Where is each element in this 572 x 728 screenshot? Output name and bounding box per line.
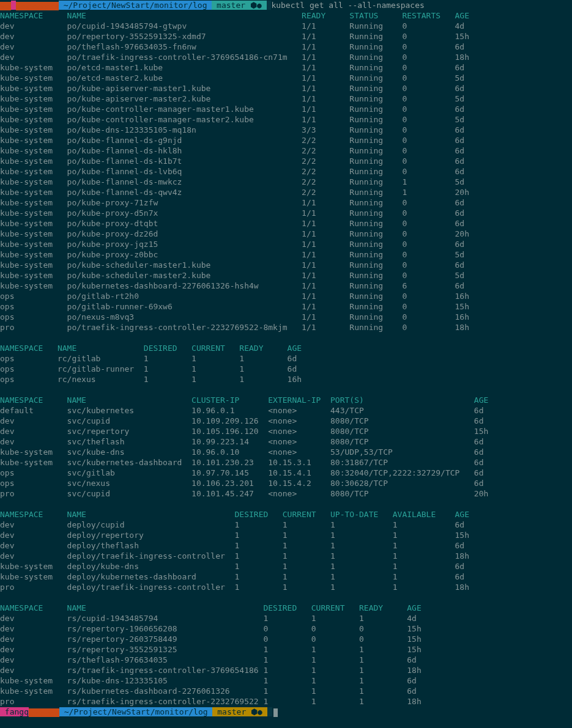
rs-row: dev rs/theflash-976634035 1 1 1 6d (0, 655, 572, 665)
pod-row: ops po/gitlab-runner-69xw6 1/1 Running 0… (0, 301, 572, 312)
pod-row: ops po/gitlab-rt2h0 1/1 Running 0 16h (0, 291, 572, 301)
rs-row: pro rs/traefik-ingress-controller-223276… (0, 696, 572, 707)
pod-row: kube-system po/kube-scheduler-master1.ku… (0, 260, 572, 270)
pod-row: dev po/traefik-ingress-controller-376965… (0, 52, 572, 62)
rc-row: ops rc/gitlab 1 1 1 6d (0, 353, 572, 364)
svc-row: pro svc/cupid 10.101.45.247 <none> 8080/… (0, 488, 572, 499)
rs-row: dev rs/repertory-2603758449 0 0 0 15h (0, 634, 572, 644)
prompt-path-bottom: ~/Project/NewStart/monitor/log (59, 707, 212, 716)
svc-row: kube-system svc/kubernetes-dashboard 10.… (0, 457, 572, 468)
pod-row: dev po/repertory-3552591325-xdmd7 1/1 Ru… (0, 31, 572, 42)
pod-row: kube-system po/etcd-master1.kube 1/1 Run… (0, 62, 572, 73)
svc-row: dev svc/cupid 10.109.209.126 <none> 8080… (0, 416, 572, 426)
pod-row: kube-system po/kube-flannel-ds-hkl8h 2/2… (0, 145, 572, 156)
prompt-path: ~/Project/NewStart/monitor/log (59, 1, 212, 10)
deploy-row: dev deploy/theflash 1 1 1 1 6d (0, 540, 572, 551)
rs-row: dev rs/traefik-ingress-controller-376965… (0, 665, 572, 675)
deploy-header: NAMESPACE NAME DESIRED CURRENT UP-TO-DAT… (0, 509, 572, 520)
pod-row: kube-system po/kube-scheduler-master2.ku… (0, 270, 572, 281)
rs-header: NAMESPACE NAME DESIRED CURRENT READY AGE (0, 603, 572, 613)
pod-row: kube-system po/kube-flannel-ds-lvb6q 2/2… (0, 166, 572, 177)
svc-row: ops svc/nexus 10.106.23.201 10.15.4.2 80… (0, 478, 572, 488)
git-branch-bottom: master ⬢● (212, 707, 267, 716)
cursor-icon (273, 708, 278, 717)
pod-row: pro po/traefik-ingress-controller-223276… (0, 322, 572, 333)
pod-row: dev po/cupid-1943485794-gtwpv 1/1 Runnin… (0, 21, 572, 31)
deploy-row: kube-system deploy/kubernetes-dashboard … (0, 572, 572, 582)
svc-header: NAMESPACE NAME CLUSTER-IP EXTERNAL-IP PO… (0, 395, 572, 405)
rs-row: dev rs/repertory-3552591325 1 1 1 15h (0, 644, 572, 655)
pod-row: kube-system po/kubernetes-dashboard-2276… (0, 281, 572, 291)
pod-row: kube-system po/kube-proxy-d5n7x 1/1 Runn… (0, 208, 572, 218)
pod-row: kube-system po/kube-proxy-dtqbt 1/1 Runn… (0, 218, 572, 229)
deploy-row: pro deploy/traefik-ingress-controller 1 … (0, 582, 572, 592)
pod-row: kube-system po/kube-flannel-ds-k1b7t 2/2… (0, 156, 572, 166)
pod-row: kube-system po/kube-proxy-71zfw 1/1 Runn… (0, 197, 572, 208)
pod-row: kube-system po/kube-proxy-z0bbc 1/1 Runn… (0, 249, 572, 260)
rc-header: NAMESPACE NAME DESIRED CURRENT READY AGE (0, 343, 572, 353)
deploy-row: dev deploy/traefik-ingress-controller 1 … (0, 551, 572, 561)
pod-row: kube-system po/kube-proxy-jqz15 1/1 Runn… (0, 239, 572, 249)
prompt-line: xx xxxxxxxxxx ~/Project/NewStart/monitor… (0, 0, 572, 10)
svc-row: default svc/kubernetes 10.96.0.1 <none> … (0, 405, 572, 416)
pods-header: NAMESPACE NAME READY STATUS RESTARTS AGE (0, 10, 572, 21)
prompt-line-bottom: fangqxxxxxxx ~/Project/NewStart/monitor/… (0, 707, 572, 717)
rs-row: kube-system rs/kubernetes-dashboard-2276… (0, 686, 572, 696)
deploy-row: dev deploy/cupid 1 1 1 1 6d (0, 520, 572, 530)
rs-row: dev rs/cupid-1943485794 1 1 1 4d (0, 613, 572, 623)
pod-row: kube-system po/etcd-master2.kube 1/1 Run… (0, 73, 572, 83)
rs-row: kube-system rs/kube-dns-123335105 1 1 1 … (0, 675, 572, 686)
pod-row: kube-system po/kube-flannel-ds-qwv4z 2/2… (0, 187, 572, 197)
pod-row: kube-system po/kube-dns-123335105-mq18n … (0, 125, 572, 135)
pod-row: kube-system po/kube-apiserver-master1.ku… (0, 83, 572, 94)
rc-row: ops rc/gitlab-runner 1 1 1 6d (0, 364, 572, 374)
svc-row: dev svc/theflash 10.99.223.14 <none> 808… (0, 436, 572, 447)
deploy-row: dev deploy/repertory 1 1 1 1 15h (0, 530, 572, 540)
pod-row: kube-system po/kube-controller-manager-m… (0, 104, 572, 114)
svc-row: dev svc/repertory 10.105.196.120 <none> … (0, 426, 572, 436)
pod-row: kube-system po/kube-controller-manager-m… (0, 114, 572, 125)
pod-row: kube-system po/kube-flannel-ds-mwkcz 2/2… (0, 177, 572, 187)
terminal[interactable]: xx xxxxxxxxxx ~/Project/NewStart/monitor… (0, 0, 572, 717)
svc-row: ops svc/gitlab 10.97.70.145 10.15.4.1 80… (0, 468, 572, 478)
pod-row: kube-system po/kube-flannel-ds-g9njd 2/2… (0, 135, 572, 145)
deploy-row: kube-system deploy/kube-dns 1 1 1 1 6d (0, 561, 572, 572)
git-branch: master ⬢● (212, 1, 266, 10)
pod-row: kube-system po/kube-apiserver-master2.ku… (0, 94, 572, 104)
rs-row: dev rs/repertory-1960656208 0 0 0 15h (0, 623, 572, 634)
command-text: kubectl get all --all-namespaces (271, 1, 424, 10)
svc-row: kube-system svc/kube-dns 10.96.0.10 <non… (0, 447, 572, 457)
rc-row: ops rc/nexus 1 1 1 16h (0, 374, 572, 384)
pod-row: ops po/nexus-m8vq3 1/1 Running 0 16h (0, 312, 572, 322)
pod-row: dev po/theflash-976634035-fn6nw 1/1 Runn… (0, 42, 572, 52)
pod-row: kube-system po/kube-proxy-dz26d 1/1 Runn… (0, 229, 572, 239)
